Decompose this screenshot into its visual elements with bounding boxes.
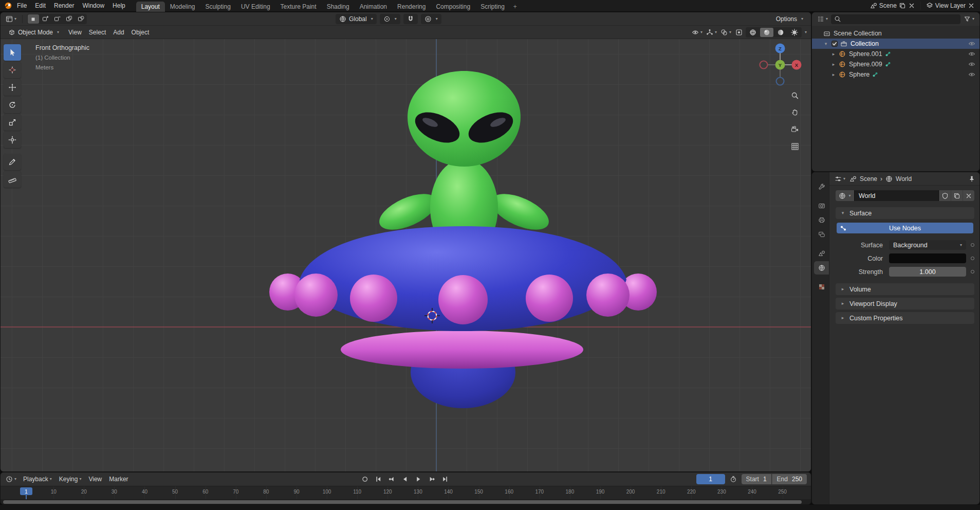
timeline-menu-playback[interactable]: Playback▾	[20, 474, 56, 484]
outliner-row-sphere-001[interactable]: ▸Sphere.001	[812, 49, 979, 59]
workspace-tab-scripting[interactable]: Scripting	[475, 2, 510, 12]
scene-selector[interactable]: Scene	[870, 2, 915, 9]
filter-dropdown[interactable]: ▾	[963, 14, 975, 24]
animate-decorator[interactable]	[966, 270, 974, 274]
shading-wireframe-button[interactable]	[746, 28, 760, 37]
visibility-eye-toggle[interactable]	[968, 40, 975, 47]
tool-cursor[interactable]	[4, 62, 21, 78]
outliner-search[interactable]	[831, 14, 960, 24]
nav-pan-button[interactable]	[789, 106, 801, 119]
menu-help[interactable]: Help	[108, 1, 130, 10]
tool-annotate[interactable]	[4, 154, 21, 170]
nav-zoom-button[interactable]	[789, 89, 801, 102]
viewport-menu-add[interactable]: Add	[109, 27, 127, 38]
workspace-tab-layout[interactable]: Layout	[136, 2, 165, 12]
select-mode-extend[interactable]	[40, 14, 51, 24]
snap-target-dropdown[interactable]: ▾	[380, 14, 400, 24]
transport-auto-keying-button[interactable]	[359, 474, 371, 484]
mode-dropdown[interactable]: Object Mode ▾	[5, 27, 63, 38]
fake-user-button[interactable]	[939, 190, 951, 201]
editor-type-dropdown[interactable]: ▾	[5, 474, 17, 484]
tool-transform[interactable]	[4, 132, 21, 148]
unlink-world-button[interactable]	[963, 190, 974, 201]
volume-panel-header[interactable]: ▸ Volume	[836, 283, 974, 295]
transform-orientation-dropdown[interactable]: Global ▾	[336, 14, 377, 24]
outliner-search-input[interactable]	[844, 15, 957, 23]
disclosure-open-icon[interactable]: ▾	[823, 42, 829, 46]
transport-jump-to-end-button[interactable]	[439, 474, 451, 484]
properties-tab-output[interactable]	[814, 213, 829, 227]
navigation-gizmo[interactable]: Z X Y	[756, 41, 804, 90]
viewport-menu-select[interactable]: Select	[85, 27, 109, 38]
menu-window[interactable]: Window	[78, 1, 108, 10]
tool-move[interactable]	[4, 79, 21, 96]
workspace-tab-modeling[interactable]: Modeling	[165, 2, 200, 12]
properties-tab-world[interactable]	[814, 261, 829, 275]
current-frame-field[interactable]: 1	[696, 474, 725, 484]
gizmos-dropdown[interactable]: ▾	[705, 27, 718, 38]
workspace-tab-sculpting[interactable]: Sculpting	[200, 2, 236, 12]
collection-checkbox[interactable]	[831, 40, 838, 47]
shading-rendered-button[interactable]	[788, 28, 801, 37]
select-mode-subtract[interactable]	[51, 14, 63, 24]
snap-toggle[interactable]	[403, 14, 418, 24]
workspace-tab-compositing[interactable]: Compositing	[431, 2, 475, 12]
tool-measure[interactable]	[4, 171, 21, 188]
pin-icon[interactable]	[968, 175, 975, 183]
proportional-editing-dropdown[interactable]: ▾	[421, 14, 441, 24]
breadcrumb-scene[interactable]: Scene	[860, 175, 877, 183]
close-icon[interactable]	[968, 2, 975, 9]
color-swatch[interactable]	[889, 253, 966, 263]
world-name-field[interactable]: World	[854, 190, 939, 201]
properties-tab-tool[interactable]	[814, 180, 829, 193]
disclosure-closed-icon[interactable]: ▸	[830, 52, 837, 57]
disclosure-closed-icon[interactable]: ▸	[830, 72, 837, 77]
world-browse-dropdown[interactable]: ▾	[836, 190, 854, 201]
blender-logo-icon[interactable]	[4, 2, 12, 10]
workspace-tab-shading[interactable]: Shading	[322, 2, 355, 12]
strength-field[interactable]: 1.000	[889, 267, 966, 277]
animate-decorator[interactable]	[966, 257, 974, 260]
use-preview-range-toggle[interactable]	[728, 474, 738, 484]
workspace-tab-rendering[interactable]: Rendering	[392, 2, 431, 12]
overlays-dropdown[interactable]: ▾	[719, 27, 732, 38]
tool-scale[interactable]	[4, 114, 21, 131]
viewport-menu-view[interactable]: View	[65, 27, 85, 38]
properties-tab-view-layer[interactable]	[814, 228, 829, 241]
use-nodes-button[interactable]: Use Nodes	[837, 223, 973, 233]
options-dropdown[interactable]: Options ▾	[772, 14, 807, 24]
xray-toggle[interactable]	[734, 27, 744, 38]
timeline-menu-marker[interactable]: Marker	[105, 474, 132, 484]
gizmo-minus-x-axis[interactable]	[760, 61, 768, 69]
copy-icon[interactable]	[899, 2, 906, 9]
playhead[interactable]: 1	[20, 487, 32, 495]
surface-panel-header[interactable]: ▾ Surface	[836, 207, 974, 219]
view-layer-selector[interactable]: View Layer	[926, 2, 975, 9]
timeline-scrollbar-thumb[interactable]	[3, 500, 802, 504]
timeline-menu-keying[interactable]: Keying▾	[56, 474, 85, 484]
timeline-menu-view[interactable]: View	[85, 474, 105, 484]
timeline-ruler[interactable]: 1 10203040506070809010011012013014015016…	[1, 486, 811, 499]
surface-type-dropdown[interactable]: Background ▾	[889, 240, 966, 250]
visibility-eye-toggle[interactable]	[968, 61, 975, 68]
select-mode-intersect[interactable]	[75, 14, 86, 24]
menu-file[interactable]: File	[13, 1, 31, 10]
transport-next-keyframe-button[interactable]	[426, 474, 438, 484]
outliner-row-sphere-009[interactable]: ▸Sphere.009	[812, 59, 979, 69]
viewport-canvas[interactable]: Front Orthographic (1) Collection Meters	[1, 39, 811, 471]
properties-tab-texture[interactable]	[814, 280, 829, 294]
workspace-tab-texture-paint[interactable]: Texture Paint	[275, 2, 322, 12]
menu-render[interactable]: Render	[50, 1, 78, 10]
tool-rotate[interactable]	[4, 97, 21, 113]
editor-type-dropdown[interactable]: ▾	[834, 174, 846, 184]
frame-start-field[interactable]: Start 1	[742, 474, 771, 484]
visibility-dropdown[interactable]: ▾	[691, 27, 704, 38]
select-mode-invert[interactable]	[63, 14, 75, 24]
animate-decorator[interactable]	[966, 243, 974, 247]
properties-tab-scene[interactable]	[814, 247, 829, 260]
shading-material-preview-button[interactable]	[774, 28, 787, 37]
workspace-tab-animation[interactable]: Animation	[355, 2, 392, 12]
shading-solid-button[interactable]	[760, 28, 773, 37]
viewport-display-panel-header[interactable]: ▸ Viewport Display	[836, 298, 974, 309]
visibility-eye-toggle[interactable]	[968, 71, 975, 78]
